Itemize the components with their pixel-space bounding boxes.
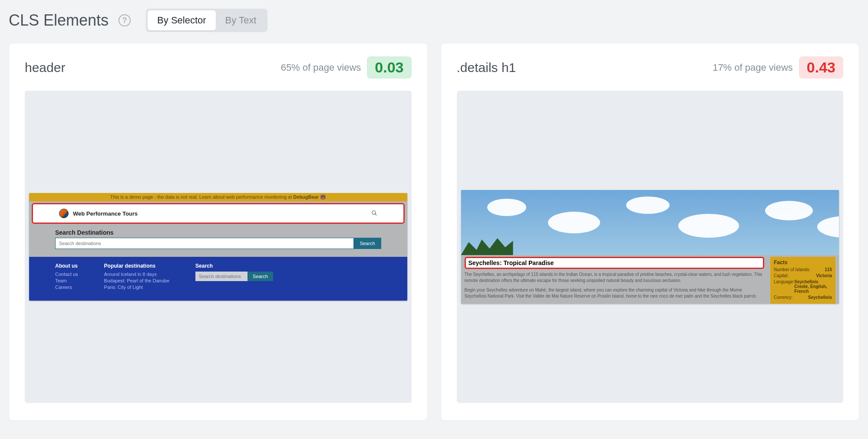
- cls-element-card[interactable]: .details h1 17% of page views 0.43 Seych…: [441, 43, 860, 421]
- fact-row: Capital:Victoria: [774, 273, 832, 278]
- search-input-group: Search: [55, 238, 381, 249]
- fact-row: Currency:Seychellois: [774, 295, 832, 300]
- cls-element-card[interactable]: header 65% of page views 0.03 This is a …: [9, 43, 428, 421]
- search-section: Search Destinations Search: [55, 229, 381, 249]
- footer-search-button: Search: [248, 272, 273, 281]
- search-input: [55, 238, 354, 249]
- facts-sidebar: Facts Number of Islands:115 Capital:Vict…: [770, 257, 835, 304]
- fact-label: Language:: [774, 279, 794, 294]
- toggle-by-text[interactable]: By Text: [216, 10, 266, 30]
- preview-page: Seychelles: Tropical Paradise The Seyche…: [461, 190, 839, 304]
- screenshot-preview: This is a demo page - the data is not re…: [25, 91, 412, 403]
- logo-text: Web Performance Tours: [73, 210, 138, 217]
- search-label: Search Destinations: [55, 229, 381, 236]
- highlighted-header-element: Web Performance Tours: [32, 203, 405, 224]
- pageviews-text: 17% of page views: [713, 62, 793, 73]
- fact-value: Seychellois: [808, 295, 832, 300]
- article-paragraph: The Seychelles, an archipelago of 115 is…: [465, 272, 765, 284]
- cls-score-badge: 0.03: [367, 56, 411, 79]
- fact-label: Number of Islands:: [774, 267, 810, 272]
- footer-about-title: About us: [55, 263, 78, 269]
- card-stats: 17% of page views 0.43: [713, 56, 843, 79]
- footer-link: Budapest: Pearl of the Danube: [104, 278, 169, 283]
- pageviews-text: 65% of page views: [281, 62, 361, 73]
- footer-search-title: Search: [195, 263, 273, 269]
- search-button: Search: [354, 238, 381, 249]
- selector-text: .details h1: [457, 60, 516, 75]
- help-icon[interactable]: ?: [119, 14, 131, 26]
- fact-value: Seychellois Creole, English, French: [794, 279, 832, 294]
- page-header: CLS Elements ? By Selector By Text: [9, 9, 859, 32]
- fact-row: Language:Seychellois Creole, English, Fr…: [774, 279, 832, 294]
- footer-link: Team: [55, 278, 78, 283]
- article-body: Seychelles: Tropical Paradise The Seyche…: [461, 255, 839, 304]
- article-main: Seychelles: Tropical Paradise The Seyche…: [465, 257, 765, 304]
- logo-icon: [59, 209, 69, 218]
- screenshot-preview: Seychelles: Tropical Paradise The Seyche…: [457, 91, 844, 403]
- fact-value: 115: [825, 267, 832, 272]
- highlighted-h1-element: Seychelles: Tropical Paradise: [465, 257, 765, 269]
- site-logo: Web Performance Tours: [59, 209, 138, 218]
- card-header: header 65% of page views 0.03: [25, 56, 412, 79]
- fact-label: Capital:: [774, 273, 789, 278]
- facts-title: Facts: [774, 259, 832, 265]
- demo-banner: This is a demo page - the data is not re…: [29, 193, 407, 201]
- footer-popular-title: Popular destinations: [104, 263, 169, 269]
- banner-text: This is a demo page - the data is not re…: [110, 194, 292, 200]
- article-paragraph: Begin your Seychelles adventure on Mahé,…: [465, 287, 765, 299]
- footer-link: Around Iceland in 8 days: [104, 272, 169, 277]
- svg-line-1: [375, 213, 376, 215]
- svg-point-0: [372, 210, 375, 214]
- footer-link: Contact us: [55, 272, 78, 277]
- page-title: CLS Elements: [9, 11, 109, 29]
- fact-row: Number of Islands:115: [774, 267, 832, 272]
- footer-search-group: Search: [195, 272, 273, 281]
- footer-popular: Popular destinations Around Iceland in 8…: [104, 263, 169, 291]
- hero-image: [461, 190, 839, 255]
- toggle-by-selector[interactable]: By Selector: [148, 10, 216, 30]
- footer-about: About us Contact us Team Careers: [55, 263, 78, 291]
- fact-label: Currency:: [774, 295, 792, 300]
- footer-link: Paris: City of Light: [104, 285, 169, 290]
- footer-link: Careers: [55, 285, 78, 290]
- cls-score-badge: 0.43: [799, 56, 843, 79]
- footer-search-input: [195, 272, 248, 281]
- banner-link: DebugBear: [293, 194, 319, 200]
- fact-value: Victoria: [816, 273, 832, 278]
- view-toggle: By Selector By Text: [146, 9, 267, 32]
- card-stats: 65% of page views 0.03: [281, 56, 412, 79]
- footer-search: Search Search: [195, 263, 273, 291]
- preview-page: This is a demo page - the data is not re…: [29, 193, 407, 301]
- card-header: .details h1 17% of page views 0.43: [457, 56, 844, 79]
- selector-text: header: [25, 60, 65, 75]
- footer: About us Contact us Team Careers Popular…: [29, 257, 407, 301]
- cards-row: header 65% of page views 0.03 This is a …: [9, 43, 859, 421]
- search-icon: [371, 210, 377, 217]
